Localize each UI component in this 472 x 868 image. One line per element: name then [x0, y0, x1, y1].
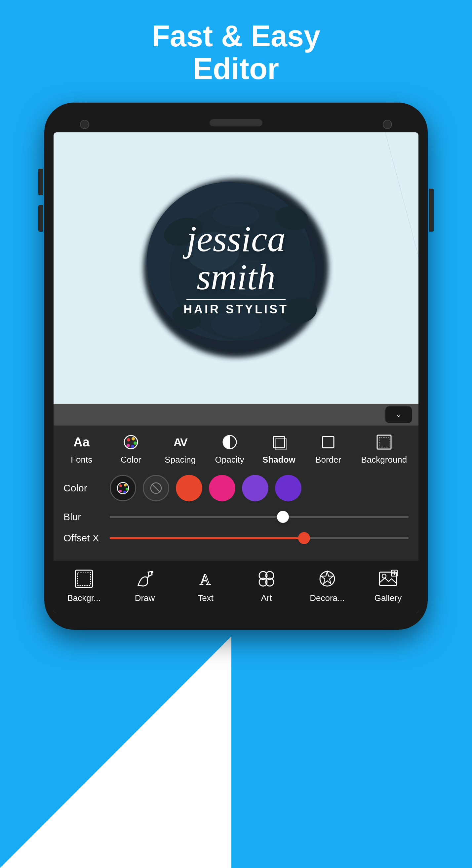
background-nav-icon	[72, 567, 96, 590]
text-nav-label: Text	[198, 593, 213, 603]
none-icon	[149, 482, 163, 495]
options-panel: Color	[54, 468, 418, 560]
blur-label: Blur	[64, 511, 110, 523]
shadow-icon	[269, 432, 289, 452]
svg-point-39	[320, 571, 335, 586]
blur-slider[interactable]	[110, 516, 408, 518]
color-options-label: Color	[64, 483, 110, 494]
opacity-icon-svg	[222, 434, 238, 451]
svg-rect-31	[75, 570, 93, 587]
front-camera-right	[383, 120, 392, 129]
canvas-area[interactable]: jessica smith HAIR STYLIST	[54, 132, 418, 404]
background-triangle	[0, 637, 231, 868]
opacity-icon	[220, 432, 240, 452]
collapse-row: ⌄	[54, 404, 418, 426]
offset-x-thumb[interactable]	[298, 532, 310, 544]
border-label: Border	[315, 455, 341, 465]
decora-nav-icon	[316, 567, 339, 590]
toolbar-area: ⌄ Aa Fonts	[54, 404, 418, 613]
canvas-subtitle: HAIR STYLIST	[183, 303, 289, 316]
tool-background[interactable]: Background	[361, 432, 407, 465]
tool-color[interactable]: Color	[114, 432, 147, 465]
svg-point-33	[151, 571, 154, 574]
svg-point-41	[382, 574, 386, 578]
canvas-name-line1: jessica	[183, 220, 289, 258]
background-nav-label: Backgr...	[67, 593, 100, 603]
color-swatch-purple[interactable]	[242, 475, 268, 501]
art-nav-label: Art	[261, 593, 272, 603]
svg-rect-32	[77, 572, 91, 585]
nav-decora[interactable]: Decora...	[306, 567, 349, 603]
palette-swatch-icon	[116, 481, 130, 495]
svg-text:A: A	[200, 571, 210, 588]
svg-point-25	[124, 484, 127, 487]
offset-x-slider[interactable]	[110, 537, 408, 539]
svg-point-12	[127, 438, 130, 441]
border-icon-svg	[320, 434, 336, 451]
shadow-label: Shadow	[263, 455, 296, 465]
color-swatch-pink[interactable]	[209, 475, 235, 501]
tool-spacing[interactable]: AV Spacing	[164, 432, 197, 465]
color-icon	[121, 432, 141, 452]
tool-shadow[interactable]: Shadow	[263, 432, 296, 465]
tool-fonts[interactable]: Aa Fonts	[65, 432, 98, 465]
svg-point-27	[123, 491, 126, 493]
spacing-label: Spacing	[165, 455, 196, 465]
nav-art[interactable]: Art	[245, 567, 288, 603]
subtitle-divider	[187, 299, 285, 300]
background-label: Background	[361, 455, 407, 465]
svg-point-16	[127, 444, 130, 447]
spacing-icon: AV	[170, 432, 190, 452]
palette-swatch[interactable]	[110, 475, 136, 501]
nav-gallery[interactable]: Gallery	[367, 567, 409, 603]
canvas-text: jessica smith HAIR STYLIST	[183, 220, 289, 316]
none-swatch[interactable]	[143, 475, 169, 501]
bottom-nav: Backgr... Draw	[54, 560, 418, 613]
tool-border[interactable]: Border	[312, 432, 345, 465]
fonts-icon: Aa	[72, 432, 92, 452]
header-line2: Editor	[0, 53, 472, 85]
color-label: Color	[121, 455, 141, 465]
nav-draw[interactable]: Draw	[123, 567, 166, 603]
svg-rect-20	[323, 436, 334, 448]
svg-point-15	[131, 445, 134, 448]
front-camera-left	[80, 120, 89, 129]
blur-thumb[interactable]	[277, 511, 289, 523]
svg-line-30	[152, 484, 160, 492]
background-icon-svg	[376, 434, 392, 451]
svg-rect-22	[379, 437, 389, 447]
power-button	[429, 189, 434, 231]
gallery-nav-label: Gallery	[374, 593, 402, 603]
phone-device: jessica smith HAIR STYLIST ⌄	[44, 102, 428, 630]
collapse-button[interactable]: ⌄	[385, 406, 412, 423]
blur-row: Blur	[64, 511, 408, 523]
svg-point-28	[119, 490, 122, 492]
color-swatch-red[interactable]	[176, 475, 202, 501]
svg-point-26	[126, 488, 128, 490]
fonts-label: Fonts	[71, 455, 92, 465]
svg-point-24	[119, 485, 122, 487]
tool-items-row: Aa Fonts	[54, 426, 418, 468]
tool-opacity[interactable]: Opacity	[213, 432, 246, 465]
draw-nav-label: Draw	[135, 593, 155, 603]
color-swatch-violet[interactable]	[275, 475, 301, 501]
canvas-name-line2: smith	[183, 258, 289, 297]
phone-speaker	[209, 119, 263, 126]
svg-point-13	[132, 437, 135, 440]
shadow-icon-svg	[271, 434, 287, 451]
chevron-down-icon: ⌄	[396, 410, 402, 419]
opacity-label: Opacity	[215, 455, 244, 465]
gallery-nav-icon	[376, 567, 400, 590]
phone-screen: jessica smith HAIR STYLIST ⌄	[54, 132, 418, 613]
palette-icon-svg	[123, 434, 139, 451]
art-nav-icon	[255, 567, 278, 590]
draw-nav-icon	[133, 567, 156, 590]
color-options-row: Color	[64, 475, 408, 501]
ink-blob: jessica smith HAIR STYLIST	[134, 165, 338, 371]
guide-line	[385, 132, 418, 395]
border-icon	[318, 432, 338, 452]
nav-background[interactable]: Backgr...	[63, 567, 105, 603]
nav-text[interactable]: A Text	[184, 567, 227, 603]
background-icon	[374, 432, 394, 452]
text-nav-icon: A	[194, 567, 217, 590]
